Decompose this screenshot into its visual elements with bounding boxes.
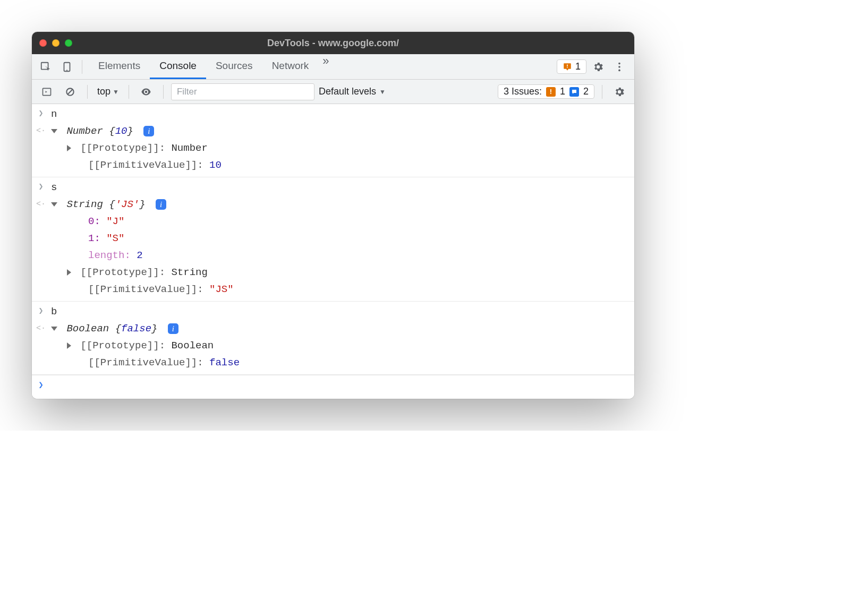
console-toolbar: top ▼ Default levels ▼ 3 Issues: ! 1 2 <box>32 80 634 104</box>
live-expression-icon[interactable] <box>137 82 156 101</box>
svg-rect-4 <box>567 67 568 68</box>
object-property-row[interactable]: [[Prototype]]: Boolean <box>32 337 634 354</box>
toolbar-divider <box>87 85 88 99</box>
inspect-element-icon[interactable] <box>36 57 55 76</box>
window-title: DevTools - www.google.com/ <box>32 38 634 49</box>
toolbar-divider <box>129 85 129 99</box>
toolbar-divider <box>602 85 602 99</box>
window-zoom-button[interactable] <box>65 39 72 47</box>
info-icon[interactable]: i <box>156 199 166 210</box>
window-traffic-lights <box>39 39 72 47</box>
svg-point-5 <box>618 62 620 64</box>
console-output: ❯ n <· Number {10} i [[Prototype]]: Numb… <box>32 104 634 399</box>
console-output-row[interactable]: <· Number {10} i <box>32 123 634 140</box>
expand-toggle-icon[interactable] <box>51 129 57 133</box>
console-group: ❯ b <· Boolean {false} i [[Prototype]]: … <box>32 302 634 375</box>
tab-sources[interactable]: Sources <box>206 54 262 79</box>
warning-icon <box>563 62 572 72</box>
context-selector[interactable]: top ▼ <box>95 85 121 98</box>
settings-icon[interactable] <box>589 57 608 76</box>
console-group: ❯ s <· String {'JS'} i 0: "J" <box>32 177 634 302</box>
expand-toggle-icon[interactable] <box>67 145 71 151</box>
panel-tabs: Elements Console Sources Network » <box>89 54 334 79</box>
kebab-menu-icon[interactable] <box>610 57 629 76</box>
console-input-row: ❯ b <box>32 303 634 320</box>
titlebar: DevTools - www.google.com/ <box>32 32 634 54</box>
console-input-row: ❯ n <box>32 106 634 123</box>
output-marker-icon: <· <box>36 124 46 138</box>
issues-label: 3 Issues: <box>504 86 542 97</box>
console-input-row: ❯ s <box>32 179 634 196</box>
expand-toggle-icon[interactable] <box>67 269 71 276</box>
object-property-row[interactable]: [[Prototype]]: Number <box>32 140 634 157</box>
tab-console[interactable]: Console <box>150 54 206 79</box>
input-text: s <box>51 181 57 194</box>
wrapper-class: String <box>66 199 103 210</box>
context-label: top <box>97 86 110 97</box>
console-output-row[interactable]: <· Boolean {false} i <box>32 320 634 337</box>
prompt-marker-icon: ❯ <box>36 379 46 392</box>
input-marker-icon: ❯ <box>36 107 46 121</box>
main-toolbar: Elements Console Sources Network » 1 <box>32 54 634 80</box>
more-tabs-icon[interactable]: » <box>318 54 333 79</box>
svg-rect-3 <box>567 64 568 66</box>
devtools-window: DevTools - www.google.com/ Elements Cons… <box>32 32 634 399</box>
object-property-row: 0: "J" <box>32 213 634 230</box>
object-property-row: [[PrimitiveValue]]: 10 <box>32 157 634 174</box>
chevron-down-icon: ▼ <box>379 88 386 96</box>
issues-info-count: 2 <box>583 86 589 97</box>
toolbar-divider <box>163 85 164 99</box>
input-text: b <box>51 305 57 319</box>
chevron-down-icon: ▼ <box>113 88 119 96</box>
info-icon <box>569 87 579 97</box>
toolbar-divider <box>82 60 82 74</box>
clear-console-icon[interactable] <box>61 82 80 101</box>
log-levels-selector[interactable]: Default levels ▼ <box>319 86 386 97</box>
console-output-row[interactable]: <· String {'JS'} i <box>32 196 634 213</box>
input-marker-icon: ❯ <box>36 181 46 194</box>
expand-toggle-icon[interactable] <box>51 327 57 331</box>
object-property-row: [[PrimitiveValue]]: false <box>32 354 634 371</box>
filter-input[interactable] <box>171 83 314 100</box>
input-text: n <box>51 107 57 121</box>
output-marker-icon: <· <box>36 322 46 336</box>
svg-line-10 <box>68 89 72 93</box>
console-prompt[interactable]: ❯ <box>32 375 634 399</box>
tab-elements[interactable]: Elements <box>89 54 150 79</box>
output-marker-icon: <· <box>36 198 46 211</box>
info-icon[interactable]: i <box>143 126 154 136</box>
wrapper-class: Boolean <box>66 323 109 335</box>
issues-badge[interactable]: 3 Issues: ! 1 2 <box>498 84 594 99</box>
warning-icon: ! <box>546 87 556 97</box>
object-property-row: 1: "S" <box>32 230 634 247</box>
console-group: ❯ n <· Number {10} i [[Prototype]]: Numb… <box>32 104 634 177</box>
expand-toggle-icon[interactable] <box>67 342 71 349</box>
issues-warn-count: 1 <box>560 86 565 97</box>
window-minimize-button[interactable] <box>52 39 59 47</box>
window-close-button[interactable] <box>39 39 47 47</box>
warnings-badge[interactable]: 1 <box>557 59 586 74</box>
input-marker-icon: ❯ <box>36 305 46 319</box>
svg-point-6 <box>618 66 620 68</box>
tab-network[interactable]: Network <box>262 54 319 79</box>
object-property-row: length: 2 <box>32 247 634 264</box>
object-property-row: [[PrimitiveValue]]: "JS" <box>32 281 634 298</box>
info-icon[interactable]: i <box>168 323 178 334</box>
expand-toggle-icon[interactable] <box>51 202 57 207</box>
warnings-count: 1 <box>575 61 581 72</box>
device-toolbar-icon[interactable] <box>57 57 76 76</box>
object-property-row[interactable]: [[Prototype]]: String <box>32 264 634 281</box>
toggle-sidebar-icon[interactable] <box>37 82 56 101</box>
wrapper-class: Number <box>66 125 103 137</box>
log-levels-label: Default levels <box>319 86 376 97</box>
console-settings-icon[interactable] <box>610 82 629 101</box>
svg-point-7 <box>618 69 620 71</box>
